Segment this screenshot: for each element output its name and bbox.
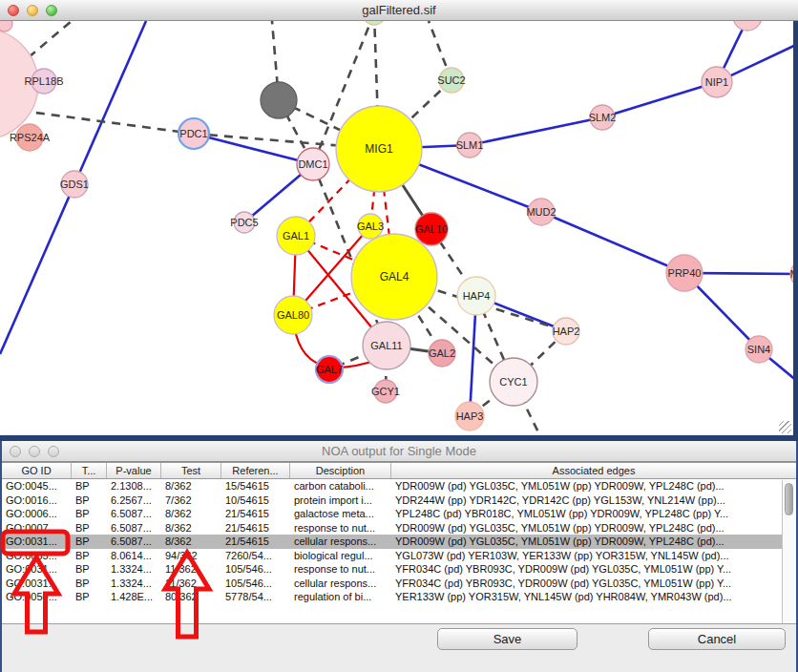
table-cell: 6.5087...: [107, 507, 161, 521]
table-cell: BP: [72, 577, 107, 591]
table-cell: 2.1308...: [107, 479, 161, 494]
network-window-title: galFiltered.sif: [0, 3, 798, 17]
edge[interactable]: [29, 21, 72, 57]
table-cell: GO:0007...: [2, 521, 72, 536]
cancel-button[interactable]: Cancel: [648, 628, 786, 650]
table-cell: YDR244W (pp) YDR142C, YDR142C (pp) YGL15…: [391, 494, 796, 508]
node-pink-clip[interactable]: [733, 21, 762, 31]
noa-window: NOA output for Single Mode GO IDT...P-va…: [0, 441, 798, 672]
table-row[interactable]: GO:0065...BP8.0614...94/3627260/54...bio…: [2, 549, 796, 563]
table-row[interactable]: GO:0006...BP6.5087...8/36221/54615galact…: [2, 507, 796, 521]
table-row[interactable]: GO:0045...BP2.1308...8/36215/54615carbon…: [2, 479, 796, 494]
resize-grip[interactable]: [779, 421, 791, 433]
table-row[interactable]: GO:0050...BP1.428E...80/3625778/54...reg…: [2, 590, 796, 604]
table-cell: cellular respons...: [290, 577, 391, 591]
window-edge-right: [793, 21, 798, 441]
table-cell: BP: [72, 549, 107, 563]
network-titlebar[interactable]: galFiltered.sif: [0, 0, 798, 21]
table-cell: 7260/54...: [221, 549, 290, 563]
scrollbar-thumb[interactable]: [785, 483, 793, 515]
node-label: NIP1: [705, 76, 728, 88]
node-dark-node[interactable]: [261, 82, 297, 118]
node-label: GAL3: [357, 220, 384, 232]
table-header[interactable]: GO IDT...P-valueTestReferen...Desciption…: [2, 463, 796, 479]
network-canvas[interactable]: RPL18BRPS24AGDS1PDC1PDC5DMC1SUC2SLM1SLM2…: [0, 21, 798, 435]
table-cell: GO:0006...: [2, 507, 72, 521]
column-header[interactable]: Desciption: [290, 463, 391, 478]
table-cell: protein import i...: [290, 494, 391, 508]
node-label: HAP3: [456, 410, 484, 422]
edge[interactable]: [541, 212, 684, 273]
table-cell: BP: [72, 479, 107, 494]
edge[interactable]: [602, 82, 717, 117]
node-label: GAL10: [415, 223, 448, 235]
table-cell: biological regul...: [290, 549, 391, 563]
table-cell: cellular respons...: [290, 535, 391, 549]
noa-titlebar[interactable]: NOA output for Single Mode: [2, 441, 796, 462]
save-button[interactable]: Save: [437, 628, 578, 650]
table-row[interactable]: GO:0031...BP1.3324...11/362105/546...res…: [2, 562, 796, 577]
table-cell: 6.5087...: [107, 535, 161, 549]
node-label: MIG1: [365, 142, 393, 156]
column-header[interactable]: Test: [161, 463, 221, 478]
table-body: GO:0045...BP2.1308...8/36215/54615carbon…: [2, 479, 796, 604]
table-cell: YFR034C (pd) YBR093C, YDR009W (pd) YGL03…: [391, 577, 796, 591]
edge[interactable]: [21, 111, 194, 134]
table-cell: 8/362: [161, 479, 221, 494]
table-cell: 105/546...: [221, 577, 290, 591]
node-label: GDS1: [60, 178, 89, 190]
table-cell: BP: [72, 521, 107, 536]
table-row[interactable]: GO:0031...BP1.3324...11/362105/546...cel…: [2, 577, 796, 591]
node-label: GAL4: [380, 270, 410, 284]
node-label: DMC1: [298, 158, 327, 170]
column-header[interactable]: Referen...: [221, 463, 290, 478]
node-clip-topleft[interactable]: [0, 21, 12, 32]
table-row[interactable]: GO:0016...BP6.2567...7/36210/54615protei…: [2, 494, 796, 508]
table-cell: 21/54615: [221, 535, 290, 549]
table-cell: GO:0016...: [2, 494, 72, 508]
table-cell: 15/54615: [221, 479, 290, 494]
column-header[interactable]: Associated edges: [391, 463, 796, 478]
node-label: CYC1: [499, 376, 527, 388]
edge[interactable]: [470, 117, 602, 145]
desktop: galFiltered.sif RPL18BRPS24AGDS1PDC1PDC5…: [0, 0, 798, 672]
node-label: SLM1: [456, 139, 484, 151]
table-cell: 1.428E...: [107, 590, 161, 604]
table-cell: 11/362: [161, 562, 221, 577]
column-header[interactable]: GO ID: [2, 463, 72, 478]
node-label: PRP40: [668, 267, 702, 279]
table-cell: response to nut...: [290, 562, 391, 577]
node-label: GAL80: [277, 309, 309, 321]
vertical-scrollbar[interactable]: [782, 480, 796, 623]
table-cell: 10/54615: [221, 494, 290, 508]
table-cell: carbon cataboli...: [290, 479, 391, 494]
table-row[interactable]: GO:0007...BP6.5087...8/36221/54615respon…: [2, 521, 796, 536]
table-cell: YGL073W (pd) YER103W, YER133W (pp) YOR31…: [391, 549, 796, 563]
node-label: MUD2: [526, 206, 556, 218]
table-cell: 8/362: [161, 535, 221, 549]
table-cell: 8/362: [161, 507, 221, 521]
table-cell: BP: [72, 590, 107, 604]
node-label: GAL1: [283, 230, 309, 242]
table-cell: GO:0050...: [2, 590, 72, 604]
table-cell: GO:0031...: [2, 562, 72, 577]
node-label: GAL11: [370, 340, 402, 351]
table-cell: YPL248C (pd) YBR018C, YML051W (pp) YDR00…: [391, 507, 796, 521]
column-header[interactable]: P-value: [107, 463, 161, 478]
table-cell: 94/362: [161, 549, 221, 563]
table-row[interactable]: GO:0031...BP6.5087...8/36221/54615cellul…: [2, 535, 796, 549]
table-cell: BP: [72, 562, 107, 577]
node-green-clip[interactable]: [363, 21, 386, 25]
node-label: HAP2: [553, 326, 580, 337]
results-table: GO IDT...P-valueTestReferen...Desciption…: [2, 462, 796, 624]
table-cell: 8/362: [161, 521, 221, 536]
table-cell: YER133W (pp) YOR315W, YNL145W (pd) YHR08…: [391, 590, 796, 604]
table-cell: BP: [72, 507, 107, 521]
table-cell: 1.3324...: [107, 562, 161, 577]
node-label: SUC2: [437, 74, 465, 86]
column-header[interactable]: T...: [72, 463, 107, 478]
table-cell: 7/362: [161, 494, 221, 508]
edge[interactable]: [194, 134, 313, 164]
node-label: SIN4: [747, 344, 770, 355]
table-cell: YDR009W (pd) YGL035C, YML051W (pp) YDR00…: [391, 479, 796, 494]
